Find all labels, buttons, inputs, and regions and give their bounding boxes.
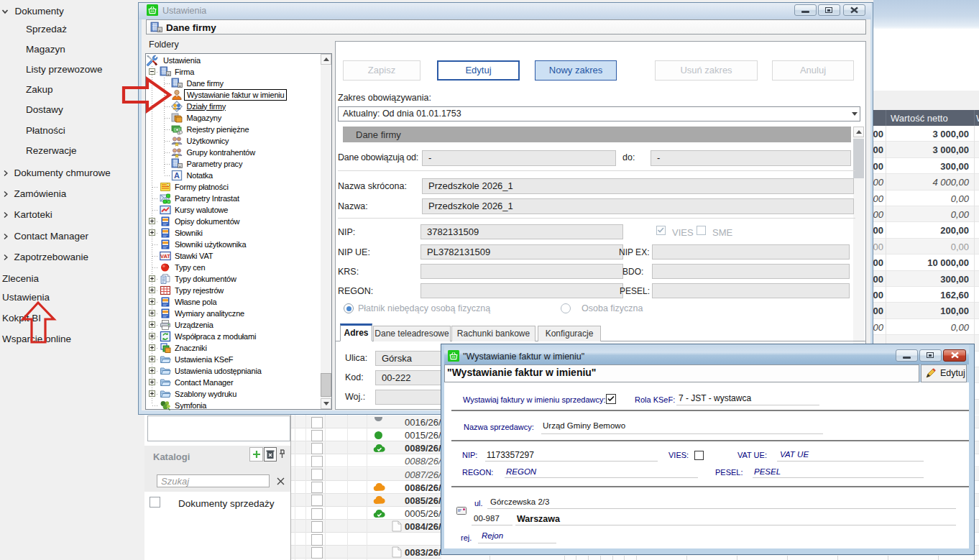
- svg-text:VAT: VAT: [160, 253, 170, 260]
- svg-text:A: A: [174, 171, 180, 180]
